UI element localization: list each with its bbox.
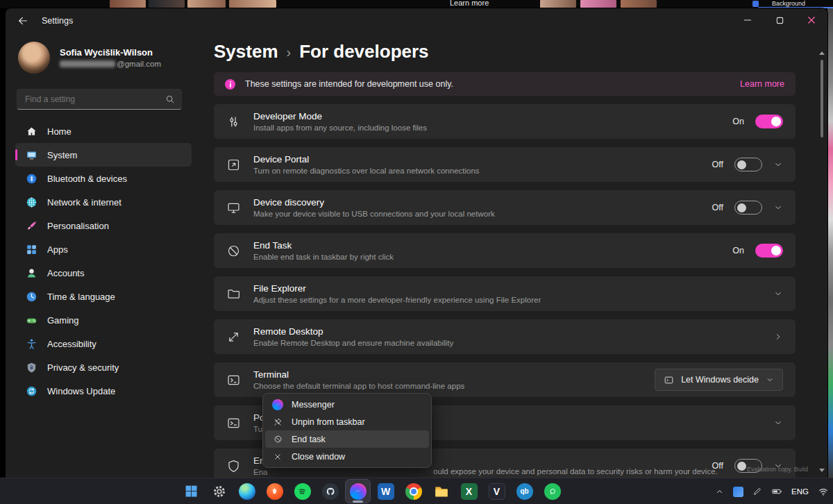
chevron-down-icon[interactable] bbox=[773, 160, 783, 169]
account-profile[interactable]: Sofia Wycišlik-Wilson @gmail.com bbox=[15, 37, 208, 78]
sidebar-item-personalisation[interactable]: Personalisation bbox=[15, 214, 192, 237]
taskbar-settings-button[interactable] bbox=[207, 480, 231, 503]
tray-overflow-button[interactable] bbox=[715, 487, 724, 496]
setting-desc: Ena bbox=[253, 468, 270, 476]
spotify-icon bbox=[294, 483, 311, 500]
chevron-down-icon[interactable] bbox=[773, 289, 783, 299]
chevron-down-icon[interactable] bbox=[773, 203, 783, 212]
sidebar-item-windows-update[interactable]: Windows Update bbox=[15, 379, 192, 403]
messenger-icon bbox=[350, 483, 367, 500]
sidebar-item-gaming[interactable]: Gaming bbox=[15, 308, 192, 332]
accounts-person-icon bbox=[25, 267, 37, 279]
sidebar-item-bluetooth-devices[interactable]: Bluetooth & devices bbox=[15, 167, 192, 190]
sidebar-nav: Home System Bluetooth & devices Network … bbox=[15, 119, 208, 403]
close-button[interactable] bbox=[796, 8, 827, 32]
device-discovery-toggle[interactable] bbox=[734, 201, 762, 215]
learn-more-link[interactable]: Learn more bbox=[740, 79, 784, 89]
taskbar-brave-button[interactable] bbox=[262, 480, 287, 503]
chevron-right-icon[interactable] bbox=[773, 332, 783, 342]
wifi-icon[interactable] bbox=[818, 486, 829, 497]
v-app-icon: V bbox=[489, 483, 505, 500]
taskbar-github-button[interactable] bbox=[318, 480, 342, 503]
taskbar-excel-button[interactable]: X bbox=[457, 480, 481, 503]
terminal-app-dropdown[interactable]: Let Windows decide bbox=[655, 369, 783, 391]
menu-item-close-window[interactable]: Close window bbox=[265, 448, 429, 465]
taskbar-edge-button[interactable] bbox=[235, 480, 259, 503]
row-remote-desktop[interactable]: Remote Desktop Enable Remote Desktop and… bbox=[214, 319, 796, 354]
minimize-button[interactable] bbox=[732, 8, 764, 32]
scrollbar-thumb[interactable] bbox=[821, 60, 823, 137]
row-developer-mode[interactable]: Developer Mode Install apps from any sou… bbox=[214, 104, 796, 139]
setting-title: Device discovery bbox=[253, 197, 495, 208]
back-button[interactable] bbox=[11, 11, 35, 31]
apps-grid-icon bbox=[25, 243, 37, 255]
toggle-state-label: On bbox=[732, 246, 744, 255]
close-icon bbox=[807, 16, 816, 24]
menu-item-messenger[interactable]: Messenger bbox=[265, 396, 429, 413]
row-terminal[interactable]: Terminal Choose the default terminal app… bbox=[214, 362, 796, 397]
taskbar-file-explorer-button[interactable] bbox=[429, 480, 453, 503]
end-task-toggle[interactable] bbox=[755, 244, 783, 258]
avatar bbox=[18, 42, 50, 74]
taskbar-messenger-button[interactable] bbox=[346, 480, 370, 503]
banner-message: These settings are intended for developm… bbox=[245, 79, 453, 89]
start-button[interactable] bbox=[179, 480, 203, 503]
sidebar-item-system[interactable]: System bbox=[15, 143, 192, 167]
setting-desc: Enable end task in taskbar by right clic… bbox=[253, 253, 394, 261]
sidebar-item-privacy-security[interactable]: Privacy & security bbox=[15, 355, 192, 379]
email-domain: @gmail.com bbox=[117, 60, 161, 68]
breadcrumb-parent[interactable]: System bbox=[214, 41, 278, 62]
sidebar-item-label: Accounts bbox=[47, 268, 84, 278]
tray-app-icon[interactable] bbox=[733, 487, 743, 497]
sidebar-item-apps[interactable]: Apps bbox=[15, 237, 192, 261]
maximize-button[interactable] bbox=[764, 8, 796, 32]
setting-desc: Turn on remote diagnostics over local ar… bbox=[253, 167, 480, 175]
search-icon bbox=[165, 94, 175, 104]
taskbar-word-button[interactable]: W bbox=[373, 480, 398, 503]
menu-item-unpin[interactable]: Unpin from taskbar bbox=[265, 413, 429, 430]
search-box[interactable] bbox=[17, 89, 182, 110]
setting-desc: Enable Remote Desktop and ensure machine… bbox=[253, 339, 453, 347]
file-explorer-icon bbox=[434, 484, 449, 499]
sidebar-item-label: Windows Update bbox=[47, 386, 115, 396]
device-portal-toggle[interactable] bbox=[734, 158, 762, 171]
row-device-discovery[interactable]: Device discovery Make your device visibl… bbox=[214, 190, 796, 225]
sidebar-item-accessibility[interactable]: Accessibility bbox=[15, 332, 192, 355]
sidebar-item-label: Privacy & security bbox=[47, 362, 119, 373]
battery-icon[interactable] bbox=[771, 486, 782, 497]
sidebar-item-accounts[interactable]: Accounts bbox=[15, 261, 192, 285]
setting-title: Developer Mode bbox=[253, 111, 427, 121]
scroll-up-arrow[interactable] bbox=[819, 51, 825, 55]
developer-mode-toggle[interactable] bbox=[755, 115, 783, 128]
row-device-portal[interactable]: Device Portal Turn on remote diagnostics… bbox=[214, 147, 796, 182]
info-icon bbox=[225, 79, 235, 90]
taskbar-whatsapp-button[interactable] bbox=[540, 480, 564, 503]
sidebar-item-label: Bluetooth & devices bbox=[47, 174, 127, 184]
search-input[interactable] bbox=[24, 94, 161, 105]
home-icon bbox=[25, 125, 37, 137]
excel-icon: X bbox=[461, 483, 478, 500]
scrollbar[interactable] bbox=[818, 51, 825, 472]
background-page-link[interactable]: Learn more bbox=[450, 0, 489, 7]
chevron-down-icon[interactable] bbox=[773, 418, 783, 428]
taskbar-chrome-button[interactable] bbox=[401, 480, 426, 503]
pen-icon[interactable] bbox=[752, 487, 762, 496]
update-arrows-icon bbox=[25, 385, 37, 397]
sidebar-item-time-language[interactable]: Time & language bbox=[15, 285, 192, 308]
language-indicator[interactable]: ENG bbox=[791, 487, 809, 496]
row-file-explorer[interactable]: File Explorer Adjust these settings for … bbox=[214, 276, 796, 311]
taskbar-v-app-button[interactable]: V bbox=[485, 480, 509, 503]
close-window-icon bbox=[272, 451, 283, 462]
terminal-icon bbox=[226, 373, 241, 387]
breadcrumb-separator: › bbox=[287, 44, 292, 60]
sidebar-item-label: Apps bbox=[47, 244, 68, 255]
taskbar-quickbooks-button[interactable]: qb bbox=[512, 480, 537, 503]
sidebar-item-home[interactable]: Home bbox=[15, 119, 192, 143]
sidebar-item-network-internet[interactable]: Network & internet bbox=[15, 190, 192, 214]
device-discovery-icon bbox=[226, 201, 241, 215]
taskbar-spotify-button[interactable] bbox=[290, 480, 314, 503]
chevron-down-icon bbox=[766, 376, 774, 384]
row-end-task[interactable]: End Task Enable end task in taskbar by r… bbox=[214, 233, 796, 268]
menu-item-end-task[interactable]: End task bbox=[265, 430, 429, 448]
evaluation-watermark: Evaluation copy. Build bbox=[747, 466, 830, 473]
